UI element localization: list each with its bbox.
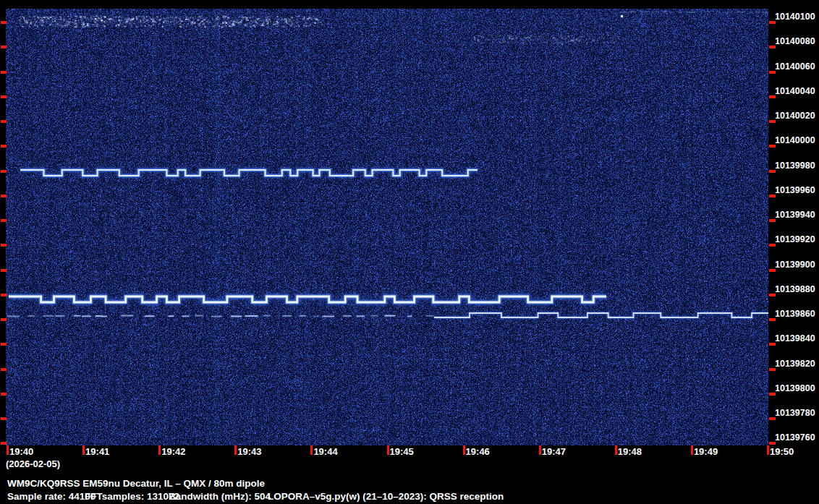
freq-tick-left [1,393,7,396]
freq-tick-left [1,195,7,197]
freq-axis-label: 10139760 [775,433,818,443]
time-tick [767,445,769,455]
spectrogram-canvas [6,9,768,445]
fft-samples-label: FFTsamples: 131072 [85,491,179,502]
freq-tick-left [1,71,7,74]
time-tick [7,445,9,455]
freq-axis-label: 10139920 [775,235,818,244]
freq-axis-label: 10140100 [775,12,818,22]
time-axis-label: 19:50 [770,447,794,457]
time-axis-label: 19:40 [9,447,33,457]
time-axis-label: 19:41 [85,447,109,457]
freq-tick-left [1,318,7,321]
freq-tick-left [1,343,7,346]
freq-axis-label: 10139900 [775,260,818,270]
time-axis-label: 19:43 [237,447,261,457]
freq-tick-left [1,170,7,173]
freq-axis-label: 10139860 [775,309,818,319]
time-axis-label: 19:47 [542,447,566,457]
freq-axis-label: 10139780 [775,409,818,418]
freq-axis-label: 10140080 [775,37,818,46]
freq-axis-label: 10139820 [775,359,818,369]
time-tick [234,445,237,455]
freq-axis-label: 10139940 [775,210,818,220]
app-version-label: LOPORA–v5g.py(w) (21–10–2023): QRSS rece… [268,491,504,502]
freq-tick-left [1,368,7,371]
time-tick [615,445,617,455]
date-label: (2026-02-05) [6,458,60,469]
freq-axis-label: 10140060 [775,62,818,72]
time-axis-label: 19:46 [466,447,490,457]
time-tick [539,445,541,455]
freq-tick-left [1,95,7,98]
freq-axis-label: 10139960 [775,186,818,195]
time-axis-label: 19:42 [161,447,185,457]
freq-tick-left [1,46,7,48]
time-tick [310,445,313,455]
sample-rate-label: Sample rate: 44100 [7,491,96,502]
time-axis-label: 19:45 [390,447,414,457]
freq-tick-left [1,244,7,247]
time-tick [387,445,389,455]
freq-axis-label: 10140000 [775,136,818,145]
time-tick [691,445,693,455]
freq-tick-left [1,269,7,272]
freq-tick-left [1,294,7,296]
time-axis-label: 19:44 [313,447,337,457]
freq-tick-left [1,417,7,420]
freq-tick-left [1,219,7,222]
qrss-grabber-window: 1014010010140080101400601014004010140020… [0,0,819,504]
time-tick [463,445,465,455]
freq-axis-label: 10139880 [775,285,818,294]
time-axis-label: 19:49 [694,447,718,457]
freq-tick-left [1,145,7,148]
freq-tick-left [1,442,7,445]
freq-axis-label: 10139980 [775,161,818,171]
freq-tick-left [1,120,7,123]
freq-axis-label: 10140020 [775,111,818,121]
bandwidth-label: Bandwidth (mHz): 504 [169,491,271,502]
freq-tick-left [1,21,7,24]
time-axis-label: 19:48 [618,447,642,457]
freq-axis-label: 10139800 [775,384,818,393]
time-tick [158,445,161,455]
station-info-line: WM9C/KQ9RSS EM59nu Decatur, IL – QMX / 8… [7,478,265,489]
time-tick [82,445,85,455]
freq-axis-label: 10139840 [775,334,818,343]
freq-axis-label: 10140040 [775,87,818,96]
